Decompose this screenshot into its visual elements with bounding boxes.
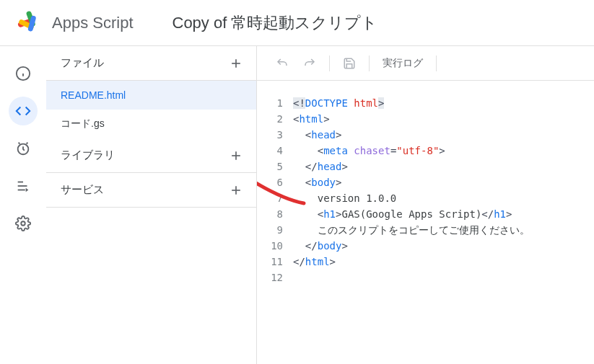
overview-icon[interactable] [9,59,38,88]
code-line: 12 [257,270,594,285]
settings-icon[interactable] [9,209,38,238]
editor-icon[interactable] [9,97,38,125]
line-number: 1 [257,95,293,111]
code-line: 1<!DOCTYPE html> [257,95,594,111]
svg-point-11 [21,221,25,226]
add-file-button[interactable] [226,53,246,74]
line-number: 4 [257,143,293,159]
left-rail [0,46,46,364]
line-number: 5 [257,159,293,174]
code-line: 2<html> [257,111,594,127]
apps-script-logo-icon [13,9,42,37]
add-service-button[interactable] [226,180,246,200]
line-number: 8 [257,206,293,222]
files-header: ファイル [46,46,256,81]
code-line: 5 </head> [257,159,594,174]
libraries-header: ライブラリ [46,138,256,173]
code-line: 11</html> [257,254,594,270]
executions-icon[interactable] [9,172,38,200]
save-button[interactable] [336,50,363,76]
line-number: 2 [257,111,293,127]
code-line: 8 <h1>GAS(Google Apps Script)</h1> [257,206,594,222]
sidebar: ファイル README.htmlコード.gs ライブラリ サービス [46,46,257,364]
line-number: 11 [257,254,293,270]
undo-button[interactable] [268,50,296,76]
services-label: サービス [61,183,104,197]
line-number: 6 [257,174,293,190]
line-number: 3 [257,127,293,143]
toolbar-divider [436,56,437,71]
redo-button[interactable] [296,50,323,76]
code-editor[interactable]: 1<!DOCTYPE html>2<html>3 <head>4 <meta c… [257,81,594,364]
toolbar-divider [369,56,370,71]
file-list: README.htmlコード.gs [46,81,256,138]
files-label: ファイル [61,56,104,70]
triggers-icon[interactable] [9,134,38,163]
line-number: 9 [257,222,293,238]
code-line: 9 このスクリプトをコピーしてご使用ください。 [257,222,594,238]
toolbar-divider [329,56,330,71]
editor-toolbar: 実行ログ [257,46,594,81]
file-item[interactable]: コード.gs [46,110,256,138]
code-line: 7 version 1.0.0 [257,190,594,206]
editor-pane: 実行ログ 1<!DOCTYPE html>2<html>3 <head>4 <m… [257,46,594,364]
line-number: 12 [257,270,293,285]
code-line: 4 <meta chaset="utf-8"> [257,143,594,159]
header: Apps Script Copy of 常時起動スクリプト [0,0,594,46]
brand-name: Apps Script [52,14,134,32]
line-number: 10 [257,238,293,254]
add-library-button[interactable] [226,146,246,166]
project-title[interactable]: Copy of 常時起動スクリプト [172,12,378,34]
line-number: 7 [257,190,293,206]
services-header: サービス [46,173,256,208]
code-line: 10 </body> [257,238,594,254]
libraries-label: ライブラリ [61,148,115,162]
file-item[interactable]: README.html [46,81,256,110]
code-line: 6 <body> [257,174,594,190]
code-line: 3 <head> [257,127,594,143]
run-log-button[interactable]: 実行ログ [375,57,430,70]
